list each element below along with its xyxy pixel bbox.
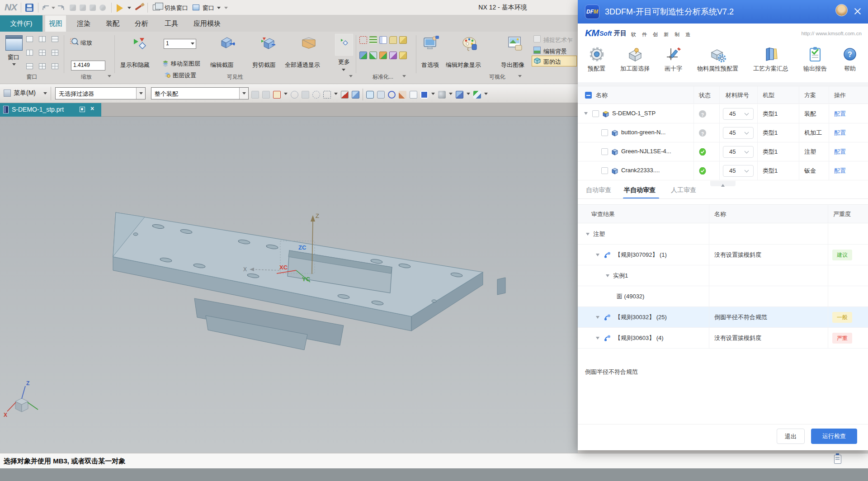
window-dropdown-icon[interactable] — [217, 7, 221, 11]
window-button-label[interactable]: 窗口 — [8, 53, 19, 61]
handle-icon[interactable] — [302, 91, 309, 99]
menu-tab-analysis[interactable]: 分析 — [131, 15, 152, 32]
result-rule-row[interactable]: 【规则30603】 (4) 没有设置拔模斜度 严重 — [578, 328, 868, 349]
part-check-icon[interactable] — [379, 52, 387, 59]
menu-tab-assembly[interactable]: 装配 — [102, 15, 123, 32]
menu-file[interactable]: 文件(F) — [0, 15, 42, 32]
paint-brush-icon[interactable] — [399, 91, 406, 99]
view-triad[interactable]: Z X — [4, 380, 38, 418]
approve-icon[interactable] — [359, 52, 367, 59]
grid-style-icon[interactable] — [420, 91, 428, 99]
expand-icon[interactable] — [584, 112, 588, 117]
circle-snap-icon[interactable] — [312, 91, 320, 99]
redo-icon[interactable] — [58, 5, 64, 10]
material-select[interactable]: 45 — [723, 127, 754, 139]
help-button[interactable]: ? 帮助 — [842, 46, 858, 82]
render-style-icon[interactable] — [473, 91, 481, 99]
selection-filter-dropdown-icon[interactable] — [136, 88, 145, 99]
preferences-label[interactable]: 首选项 — [421, 61, 439, 69]
layout-quad-icon[interactable] — [39, 50, 46, 56]
layer-combo[interactable]: 1 — [164, 39, 196, 49]
move-to-layer-icon[interactable] — [162, 60, 169, 67]
face-edges-label[interactable]: 面的边 — [543, 58, 561, 66]
layout-two-row-icon[interactable] — [52, 36, 58, 42]
expand-icon[interactable] — [596, 254, 599, 258]
more-dropdown-icon[interactable] — [342, 69, 345, 73]
row-checkbox[interactable] — [601, 148, 608, 155]
menu-button[interactable]: 菜单(M) — [14, 89, 36, 97]
exit-button[interactable]: 退出 — [777, 429, 805, 444]
sheet-icon[interactable] — [410, 91, 417, 99]
edit-object-display-label[interactable]: 编辑对象显示 — [446, 61, 481, 69]
material-select[interactable]: 45 — [723, 108, 754, 120]
check-tool-icon[interactable] — [369, 52, 377, 59]
expand-icon[interactable] — [596, 316, 599, 321]
blue-cube-icon[interactable] — [352, 91, 359, 99]
export-image-icon[interactable] — [507, 35, 523, 52]
pan-icon[interactable] — [377, 91, 385, 99]
output-report-button[interactable]: 输出报告 — [803, 46, 827, 82]
run-check-button[interactable]: 运行检查 — [811, 429, 857, 444]
layout-left-split-icon[interactable] — [26, 50, 33, 56]
menu-tab-view[interactable]: 视图 — [45, 15, 66, 32]
expand-icon[interactable] — [596, 337, 599, 341]
copy-icon[interactable] — [80, 5, 86, 11]
layout-single-icon[interactable] — [26, 36, 33, 42]
snap-point-icon[interactable] — [273, 91, 281, 99]
command-finder-icon[interactable] — [117, 4, 127, 12]
menu-tab-tools[interactable]: 工具 — [161, 15, 182, 32]
user-avatar[interactable] — [835, 4, 848, 16]
display-style-icon[interactable] — [456, 91, 463, 99]
visibility-group-dropdown-icon[interactable] — [349, 75, 353, 79]
dfm-title-bar[interactable]: DFM 3DDFM-开目可制造性分析系统V7.2 — [578, 0, 868, 24]
close-panel-icon[interactable] — [854, 7, 862, 15]
table-view-icon[interactable] — [379, 36, 387, 44]
brush-icon[interactable] — [135, 5, 142, 10]
graphics-viewport[interactable]: Z X XC YC ZC Z X — [0, 117, 578, 453]
command-finder-dropdown-icon[interactable] — [127, 7, 131, 11]
zoom-group-dropdown-icon[interactable] — [108, 75, 111, 79]
material-select[interactable]: 45 — [723, 146, 754, 158]
select-all-checkbox[interactable] — [585, 92, 592, 99]
more-icon[interactable] — [340, 37, 349, 45]
edit-section-label[interactable]: 编辑截面 — [210, 61, 234, 69]
layers-stack-icon[interactable] — [369, 36, 377, 44]
layout-two-col-icon[interactable] — [39, 36, 46, 42]
standardization-group-dropdown-icon[interactable] — [402, 75, 406, 79]
expand-icon[interactable] — [606, 274, 609, 279]
layout-three-col-icon[interactable] — [52, 63, 58, 69]
show-hide-label[interactable]: 显示和隐藏 — [120, 61, 150, 69]
zoom-value-input[interactable]: 1.4149 — [71, 61, 105, 71]
move-component-icon[interactable] — [262, 91, 270, 99]
show-through-icon[interactable] — [301, 36, 316, 50]
window-icon[interactable] — [193, 5, 199, 10]
close-tab-icon[interactable]: × — [90, 105, 94, 112]
save-icon[interactable] — [25, 4, 33, 12]
result-face-row[interactable]: 面 (49032) — [578, 286, 868, 307]
show-hide-icon[interactable] — [133, 36, 147, 50]
tab-manual-review[interactable]: 人工审查 — [671, 186, 696, 194]
tag-icon[interactable] — [389, 36, 397, 44]
menu-tab-application[interactable]: 应用模块 — [190, 15, 224, 32]
preconfig-button[interactable]: 预配置 — [588, 46, 605, 82]
menu-tab-render[interactable]: 渲染 — [73, 15, 94, 32]
machining-face-button[interactable]: 加工面选择 — [620, 46, 650, 82]
window-button[interactable]: 窗口 — [203, 4, 214, 12]
grid-style-dropdown-icon[interactable] — [431, 93, 435, 97]
edit-background-label[interactable]: 编辑背景 — [543, 47, 567, 56]
paste-icon[interactable] — [90, 5, 96, 11]
move-to-layer-label[interactable]: 移动至图层 — [171, 60, 200, 68]
shaded-style-icon[interactable] — [438, 91, 446, 99]
layer-combo-dropdown-icon[interactable] — [191, 42, 194, 47]
selection-scope-dropdown[interactable]: 整个装配 — [151, 87, 249, 99]
cut-icon[interactable] — [70, 5, 76, 11]
process-summary-button[interactable]: 工艺方案汇总 — [753, 46, 788, 82]
menu-dropdown-icon[interactable] — [43, 92, 47, 96]
part-row[interactable]: S-DEMO-1_STP 45 类型1 装配 配置 — [578, 104, 868, 123]
configure-link[interactable]: 配置 — [834, 110, 846, 118]
edit-section-icon[interactable] — [220, 36, 235, 50]
fit-zoom-icon[interactable] — [366, 91, 374, 99]
undo-dropdown-icon[interactable] — [52, 7, 55, 11]
result-rule-row[interactable]: 【规则307092】 (1) 没有设置拔模斜度 建议 — [578, 245, 868, 265]
result-rule-row-selected[interactable]: 【规则30032】 (25) 倒圆半径不符合规范 一般 — [578, 307, 868, 328]
